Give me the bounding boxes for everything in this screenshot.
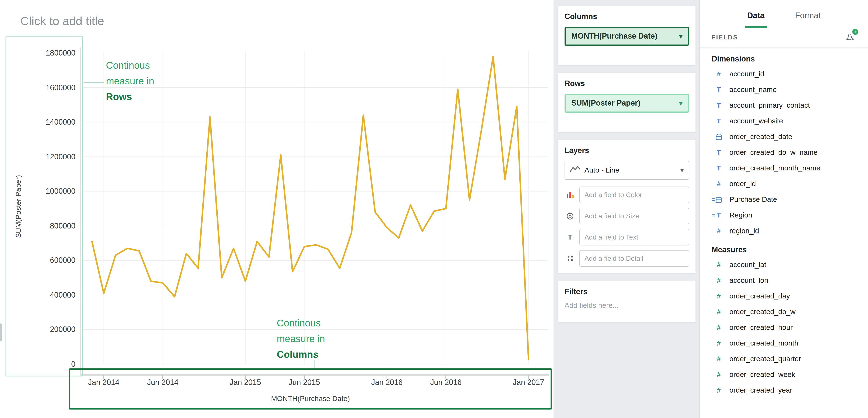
x-tick-label: Jan 2016 [360, 378, 414, 387]
columns-pill[interactable]: MONTH(Purchase Date) ▾ [564, 27, 689, 46]
detail-dots-icon [564, 255, 576, 262]
visualization-canvas: Click to add title SUM(Poster Paper) MON… [0, 0, 554, 418]
field-label: order_created_week [730, 370, 795, 379]
measure-field-account_lat[interactable]: #account_lat [700, 257, 868, 273]
text-field-input[interactable] [579, 229, 689, 245]
tab-data[interactable]: Data [745, 0, 767, 28]
rows-dropzone[interactable] [564, 113, 689, 125]
size-drop-row [564, 208, 689, 224]
text-icon: T [712, 86, 726, 93]
columns-annotation-keyword: Columns [277, 347, 325, 362]
y-tick-label: 600000 [22, 256, 75, 266]
text-icon: T [564, 233, 576, 241]
shelf-panel: Columns MONTH(Purchase Date) ▾ Rows SUM(… [554, 0, 699, 418]
rows-annotation-line2: measure in [106, 73, 154, 89]
field-label: order_created_day [730, 292, 790, 300]
measure-field-order_created_quarter[interactable]: #order_created_quarter [700, 351, 868, 367]
color-drop-row [564, 186, 689, 203]
field-label: order_created_year [730, 386, 792, 394]
app-root: Click to add title SUM(Poster Paper) MON… [0, 0, 868, 418]
dimensions-section-label: Dimensions [700, 48, 868, 66]
measure-field-order_created_month[interactable]: #order_created_month [700, 335, 868, 351]
rows-shelf-label: Rows [564, 79, 689, 88]
chart-title-placeholder[interactable]: Click to add title [20, 14, 104, 28]
measure-field-order_created_week[interactable]: #order_created_week [700, 367, 868, 382]
dimension-field-order_id[interactable]: #order_id [700, 176, 868, 191]
x-tick-label: Jan 2017 [501, 378, 554, 387]
line-chart-icon [570, 166, 580, 175]
y-tick-label: 1200000 [22, 152, 75, 162]
dimension-field-purchase-date[interactable]: =Purchase Date [700, 191, 868, 207]
number-icon: # [712, 180, 726, 187]
dimension-field-region_id[interactable]: #region_id [700, 223, 868, 239]
y-tick-label: 1600000 [22, 83, 75, 93]
dimension-field-account_id[interactable]: #account_id [700, 66, 868, 82]
columns-annotation-text: Continous measure in Columns [277, 316, 325, 362]
dimension-field-region[interactable]: =TRegion [700, 207, 868, 223]
number-icon: # [712, 324, 726, 331]
number-icon: # [712, 355, 726, 363]
number-icon: # [712, 277, 726, 284]
layers-card-label: Layers [564, 146, 689, 155]
calculated-text-icon: =T [712, 211, 726, 219]
text-icon: T [712, 117, 726, 125]
text-icon: T [712, 164, 726, 172]
rows-pill[interactable]: SUM(Poster Paper) ▾ [564, 94, 689, 113]
detail-drop-row [564, 250, 689, 267]
fields-header: FIELDS fx+ [700, 28, 868, 48]
trend-line[interactable] [92, 56, 528, 359]
add-calculated-field-button[interactable]: fx+ [846, 32, 854, 41]
detail-field-input[interactable] [579, 250, 689, 267]
y-tick-label: 200000 [22, 325, 75, 335]
x-tick-label: Jan 2014 [76, 378, 131, 387]
number-icon: # [712, 371, 726, 378]
number-icon: # [712, 339, 726, 347]
dimension-field-order_created_month_name[interactable]: Torder_created_month_name [700, 160, 868, 176]
field-label: account_lat [730, 261, 766, 269]
columns-dropzone[interactable] [564, 46, 689, 59]
rows-annotation-line1: Continous [106, 58, 154, 73]
filters-card: Filters Add fields here... [558, 281, 696, 323]
text-icon: T [712, 149, 726, 156]
number-icon: # [712, 386, 726, 394]
measure-field-order_created_do_w[interactable]: #order_created_do_w [700, 304, 868, 320]
y-tick-label: 400000 [22, 290, 75, 300]
dimension-field-account_name[interactable]: Taccount_name [700, 82, 868, 97]
color-field-input[interactable] [579, 186, 689, 203]
columns-annotation-box [69, 368, 552, 410]
text-drop-row: T [564, 229, 689, 245]
field-label: order_created_month [730, 339, 798, 348]
field-label: Region [730, 211, 752, 219]
chevron-down-icon[interactable]: ▾ [679, 100, 682, 107]
tab-format[interactable]: Format [793, 0, 823, 28]
size-circles-icon [564, 212, 576, 220]
field-label: order_id [730, 180, 756, 188]
measure-field-order_created_hour[interactable]: #order_created_hour [700, 320, 868, 335]
rows-annotation-keyword: Rows [106, 89, 154, 105]
field-label: region_id [730, 227, 759, 235]
dimension-field-order_created_do_w_name[interactable]: Torder_created_do_w_name [700, 145, 868, 160]
layer-type-value: Auto - Line [585, 166, 619, 175]
dimension-field-account_primary_contact[interactable]: Taccount_primary_contact [700, 97, 868, 113]
chevron-down-icon[interactable]: ▾ [680, 167, 684, 173]
rows-annotation-connector [84, 82, 104, 83]
color-bars-icon [564, 191, 576, 199]
x-tick-label: Jun 2015 [277, 378, 332, 387]
rows-shelf: Rows SUM(Poster Paper) ▾ [558, 72, 696, 132]
field-label: order_created_quarter [730, 355, 801, 363]
y-tick-label: 1800000 [22, 48, 75, 58]
dimension-field-account_website[interactable]: Taccount_website [700, 113, 868, 129]
size-field-input[interactable] [579, 208, 689, 224]
chevron-down-icon[interactable]: ▾ [679, 33, 682, 39]
field-label: account_lon [730, 276, 768, 285]
filters-dropzone[interactable]: Add fields here... [564, 301, 689, 316]
fields-header-label: FIELDS [712, 33, 738, 40]
dimension-field-order_created_date[interactable]: order_created_date [700, 129, 868, 145]
layer-type-select[interactable]: Auto - Line ▾ [564, 161, 689, 180]
columns-annotation-line2: measure in [277, 331, 325, 347]
measure-field-account_lon[interactable]: #account_lon [700, 273, 868, 288]
dimensions-list: #account_idTaccount_nameTaccount_primary… [700, 66, 868, 239]
left-edge-handle[interactable] [0, 324, 2, 341]
measure-field-order_created_day[interactable]: #order_created_day [700, 288, 868, 304]
measure-field-order_created_year[interactable]: #order_created_year [700, 382, 868, 398]
